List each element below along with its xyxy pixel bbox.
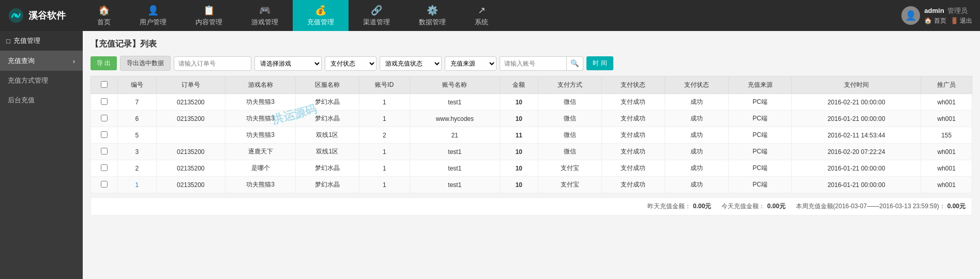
table-row: 6 02135200 功夫熊猫3 梦幻水晶 1 www.hycodes 10 微…	[91, 111, 972, 127]
user-role: 管理员	[947, 6, 968, 16]
game-recharge-status-select[interactable]: 游戏充值状态	[380, 56, 442, 71]
row-pay-method: 支付宝	[538, 177, 602, 193]
nav-content[interactable]: 📋 内容管理	[181, 0, 237, 31]
col-game: 游戏名称	[225, 76, 296, 94]
export-button[interactable]: 导 出	[91, 56, 117, 70]
yesterday-label: 昨天充值金额：	[647, 202, 691, 211]
page-title: 【充值记录】列表	[91, 39, 972, 50]
nav-data[interactable]: ⚙️ 数据管理	[404, 0, 460, 31]
row-account-id: 1	[359, 111, 410, 127]
row-recharge-status: 成功	[665, 160, 729, 177]
today-label: 今天充值金额：	[721, 202, 765, 211]
row-id: 5	[118, 127, 156, 144]
row-source: PC端	[728, 160, 792, 177]
logout-link[interactable]: 🚪 退出	[951, 17, 972, 25]
row-account-name: test1	[410, 160, 500, 177]
account-search-group: 🔍	[500, 56, 583, 71]
today-summary: 今天充值金额： 0.00元	[721, 202, 785, 211]
toolbar: 导 出 导出选中数据 请选择游戏 支付状态 游戏充值状态 充值来源 🔍 时 间	[91, 56, 972, 71]
row-promoter: wh001	[921, 177, 972, 193]
nav-game[interactable]: 🎮 游戏管理	[237, 0, 293, 31]
row-checkbox[interactable]	[91, 94, 118, 111]
user-info: admin 管理员 🏠 首页 🚪 退出	[924, 6, 972, 25]
row-game: 功夫熊猫3	[225, 111, 296, 127]
row-pay-time: 2016-02-11 14:53:44	[792, 127, 921, 144]
user-icon: 👤	[147, 5, 159, 16]
table-row: 5 功夫熊猫3 双线1区 2 21 11 微信 支付成功 成功 PC端 2016…	[91, 127, 972, 144]
search-button[interactable]: 🔍	[567, 56, 583, 71]
row-account-name: 21	[410, 127, 500, 144]
row-id: 6	[118, 111, 156, 127]
row-pay-status: 支付成功	[601, 177, 665, 193]
row-amount: 10	[500, 94, 538, 111]
col-server: 区服名称	[296, 76, 359, 94]
logo-text: 溪谷软件	[28, 9, 66, 22]
col-source: 充值来源	[728, 76, 792, 94]
nav-user[interactable]: 👤 用户管理	[125, 0, 181, 31]
row-checkbox[interactable]	[91, 144, 118, 160]
nav-items: 🏠 首页 👤 用户管理 📋 内容管理 🎮 游戏管理 💰 充值管理 🔗 渠道管理 …	[83, 0, 894, 31]
yesterday-summary: 昨天充值金额： 0.00元	[647, 202, 711, 211]
order-input[interactable]	[174, 56, 251, 71]
row-checkbox[interactable]	[91, 177, 118, 193]
nav-system[interactable]: ↗ 系统	[460, 0, 503, 31]
pay-status-select[interactable]: 支付状态	[325, 56, 376, 71]
row-account-id: 1	[359, 160, 410, 177]
game-select[interactable]: 请选择游戏	[254, 56, 322, 71]
row-promoter: wh001	[921, 160, 972, 177]
row-pay-time: 2016-01-21 00:00:00	[792, 111, 921, 127]
row-order: 02135200	[156, 144, 225, 160]
select-all-checkbox[interactable]	[101, 81, 108, 88]
row-order: 02135200	[156, 160, 225, 177]
row-pay-time: 2016-01-21 00:00:00	[792, 177, 921, 193]
nav-channel[interactable]: 🔗 渠道管理	[349, 0, 404, 31]
table-row: 2 02135200 是哪个 梦幻水晶 1 test1 10 支付宝 支付成功 …	[91, 160, 972, 177]
table-row: 1 02135200 功夫熊猫3 梦幻水晶 1 test1 10 支付宝 支付成…	[91, 177, 972, 193]
row-order: 02135200	[156, 94, 225, 111]
user-area: 👤 admin 管理员 🏠 首页 🚪 退出	[894, 6, 980, 25]
row-amount: 10	[500, 177, 538, 193]
today-value: 0.00元	[767, 202, 785, 211]
table-wrapper: 洪运源码 编号 订单号 游戏名称 区服名称 账号ID 账号名称 金额 支付方式 …	[91, 76, 972, 193]
row-id: 3	[118, 144, 156, 160]
row-server: 双线1区	[296, 144, 359, 160]
row-recharge-status: 成功	[665, 177, 729, 193]
row-server: 梦幻水晶	[296, 111, 359, 127]
row-game: 逐鹿天下	[225, 144, 296, 160]
nav-recharge[interactable]: 💰 充值管理	[293, 0, 349, 31]
row-checkbox[interactable]	[91, 127, 118, 144]
recharge-source-select[interactable]: 充值来源	[445, 56, 496, 71]
nav-home[interactable]: 🏠 首页	[83, 0, 125, 31]
row-server: 双线1区	[296, 127, 359, 144]
row-account-id: 1	[359, 144, 410, 160]
row-amount: 10	[500, 144, 538, 160]
row-source: PC端	[728, 144, 792, 160]
row-promoter: wh001	[921, 111, 972, 127]
row-source: PC端	[728, 111, 792, 127]
export-selected-button[interactable]: 导出选中数据	[120, 56, 171, 71]
row-id: 1	[118, 177, 156, 193]
row-amount: 10	[500, 111, 538, 127]
row-order	[156, 127, 225, 144]
row-pay-status: 支付成功	[601, 144, 665, 160]
sidebar-item-recharge-query[interactable]: 充值查询 ›	[0, 51, 83, 71]
col-pay-time: 支付时间	[792, 76, 921, 94]
avatar: 👤	[901, 6, 920, 25]
home-link[interactable]: 🏠 首页	[924, 17, 946, 25]
sidebar-item-pay-method[interactable]: 充值方式管理	[0, 71, 83, 90]
checkbox-header[interactable]	[91, 76, 118, 94]
sidebar-item-backend-recharge[interactable]: 后台充值	[0, 90, 83, 110]
row-pay-status: 支付成功	[601, 94, 665, 111]
row-recharge-status: 成功	[665, 127, 729, 144]
row-order: 02135200	[156, 111, 225, 127]
time-button[interactable]: 时 间	[586, 56, 613, 70]
row-checkbox[interactable]	[91, 111, 118, 127]
row-server: 梦幻水晶	[296, 177, 359, 193]
row-checkbox[interactable]	[91, 160, 118, 177]
sidebar-title: □ 充值管理	[0, 31, 83, 51]
top-nav: 溪谷软件 🏠 首页 👤 用户管理 📋 内容管理 🎮 游戏管理 💰 充值管理 🔗 …	[0, 0, 980, 31]
row-order: 02135200	[156, 177, 225, 193]
account-input[interactable]	[500, 56, 567, 71]
home-icon: 🏠	[98, 5, 110, 16]
row-pay-method: 微信	[538, 127, 602, 144]
